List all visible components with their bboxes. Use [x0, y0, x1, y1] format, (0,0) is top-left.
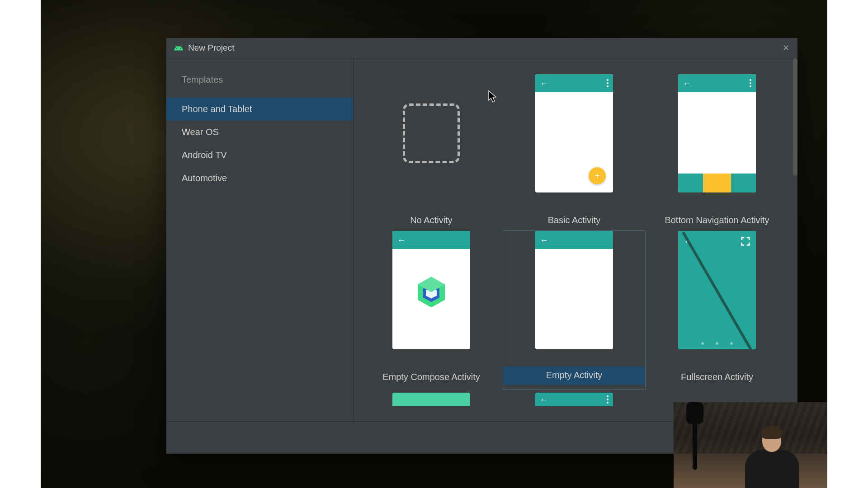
template-partial[interactable]: ← [503, 393, 646, 406]
dialog-body: Templates Phone and Tablet Wear OS Andro… [166, 58, 797, 421]
letterbox-left [0, 0, 41, 488]
template-thumb: ← [678, 74, 756, 192]
template-empty-activity[interactable]: ← Empty Activity [503, 230, 646, 390]
template-thumb-partial: ← [535, 393, 613, 406]
template-label: No Activity [410, 211, 452, 225]
microphone [693, 416, 697, 470]
template-thumb: ← [535, 231, 613, 349]
webcam-overlay [674, 402, 827, 488]
fab-icon: + [589, 167, 606, 184]
back-arrow-icon: ← [540, 235, 549, 245]
template-thumb-partial [392, 393, 470, 406]
template-label: Fullscreen Activity [681, 368, 753, 382]
overflow-menu-icon [607, 394, 609, 404]
page-indicator [678, 342, 756, 345]
sidebar-item-label: Automotive [182, 173, 227, 183]
sidebar-item-label: Android TV [182, 150, 227, 160]
dialog-title: New Project [188, 43, 234, 53]
template-thumb: ← [392, 231, 470, 349]
new-project-dialog: New Project ✕ Templates Phone and Tablet… [166, 38, 797, 454]
template-label: Empty Activity [503, 366, 645, 385]
fullscreen-icon [741, 236, 750, 246]
template-partial[interactable] [360, 393, 503, 406]
back-arrow-icon: ← [397, 235, 406, 245]
template-category-sidebar: Templates Phone and Tablet Wear OS Andro… [166, 58, 354, 421]
empty-placeholder-icon [403, 103, 460, 163]
sidebar-item-wear-os[interactable]: Wear OS [166, 121, 353, 144]
appbar-preview: ← [535, 231, 613, 249]
sidebar-item-label: Wear OS [182, 127, 219, 137]
appbar-preview: ← [392, 231, 470, 249]
sidebar-item-automotive[interactable]: Automotive [166, 167, 353, 190]
back-arrow-icon: ← [684, 236, 693, 247]
presenter [732, 420, 809, 488]
dialog-titlebar: New Project ✕ [166, 38, 797, 58]
back-arrow-icon: ← [540, 393, 549, 405]
template-label: Basic Activity [548, 211, 601, 225]
sidebar-item-phone-tablet[interactable]: Phone and Tablet [166, 98, 353, 121]
template-fullscreen-activity[interactable]: ← Fullscreen Activity [646, 230, 788, 390]
bottom-nav-preview [678, 174, 756, 192]
overflow-menu-icon [750, 79, 751, 87]
appbar-preview: ← [535, 74, 613, 92]
close-icon: ✕ [783, 43, 789, 53]
template-thumb: ← + [535, 74, 613, 192]
template-thumb: ← [678, 231, 756, 349]
sidebar-header: Templates [166, 72, 353, 98]
overflow-menu-icon [607, 79, 609, 87]
mouse-cursor-icon [488, 90, 497, 105]
template-basic-activity[interactable]: ← + Basic Activity [503, 74, 646, 230]
template-label: Bottom Navigation Activity [665, 211, 769, 225]
back-arrow-icon: ← [683, 78, 692, 89]
back-arrow-icon: ← [540, 78, 549, 89]
compose-logo-icon [415, 275, 448, 313]
sidebar-item-label: Phone and Tablet [182, 104, 252, 114]
template-no-activity[interactable]: No Activity [360, 74, 503, 230]
template-bottom-navigation[interactable]: ← Bottom Navigation Activity [646, 74, 788, 230]
template-gallery: No Activity ← + Basic Activity [354, 58, 797, 421]
template-thumb [392, 74, 470, 192]
letterbox-right [827, 0, 868, 488]
template-label: Empty Compose Activity [382, 368, 480, 382]
appbar-preview: ← [678, 74, 756, 92]
android-icon [174, 43, 184, 53]
template-empty-compose[interactable]: ← Empty Compose Activity [360, 230, 503, 390]
scrollbar[interactable] [793, 58, 797, 176]
sidebar-item-android-tv[interactable]: Android TV [166, 144, 353, 167]
appbar-preview: ← [678, 231, 756, 252]
close-button[interactable]: ✕ [779, 42, 792, 54]
template-grid: No Activity ← + Basic Activity [354, 58, 797, 390]
